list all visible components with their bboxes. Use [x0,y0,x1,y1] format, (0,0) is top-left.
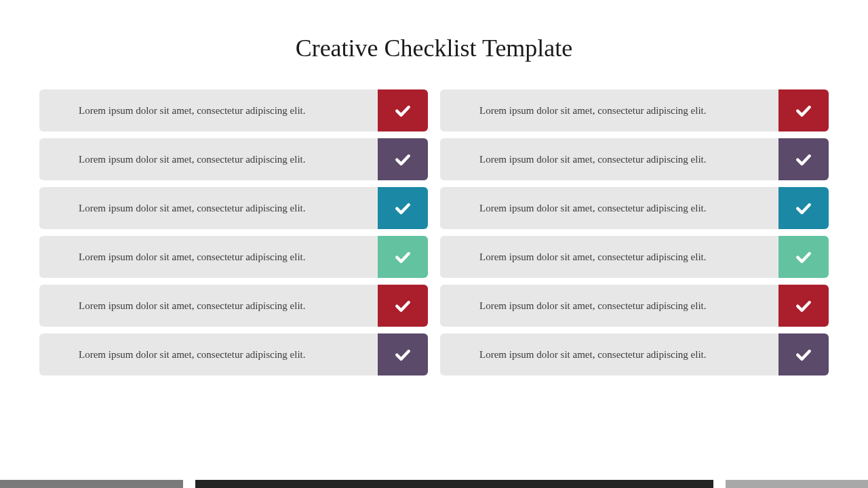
checklist-item: Lorem ipsum dolor sit amet, consectetur … [39,285,428,327]
checklist-item: Lorem ipsum dolor sit amet, consectetur … [39,333,428,375]
checklist-item: Lorem ipsum dolor sit amet, consectetur … [440,285,829,327]
checklist-item: Lorem ipsum dolor sit amet, consectetur … [39,89,428,131]
checklist-item: Lorem ipsum dolor sit amet, consectetur … [440,138,829,180]
checkmark-icon [778,236,829,278]
checklist-column-right: Lorem ipsum dolor sit amet, consectetur … [440,89,829,375]
checkmark-icon [378,236,428,278]
checklist-item: Lorem ipsum dolor sit amet, consectetur … [39,138,428,180]
footer-bar-2 [195,480,713,488]
checklist-item-text: Lorem ipsum dolor sit amet, consectetur … [440,138,778,180]
checklist-item-text: Lorem ipsum dolor sit amet, consectetur … [39,187,378,229]
page-title: Creative Checklist Template [0,0,868,89]
checkmark-icon [778,285,829,327]
checklist-item: Lorem ipsum dolor sit amet, consectetur … [39,187,428,229]
checklist-item-text: Lorem ipsum dolor sit amet, consectetur … [39,138,378,180]
checklist-item: Lorem ipsum dolor sit amet, consectetur … [440,333,829,375]
checklist-item-text: Lorem ipsum dolor sit amet, consectetur … [39,333,378,375]
footer-decoration [0,480,868,488]
checklist-item: Lorem ipsum dolor sit amet, consectetur … [440,236,829,278]
checklist-column-left: Lorem ipsum dolor sit amet, consectetur … [39,89,428,375]
checklist-item: Lorem ipsum dolor sit amet, consectetur … [440,187,829,229]
checkmark-icon [378,285,428,327]
checklist-item-text: Lorem ipsum dolor sit amet, consectetur … [39,236,378,278]
checklist-item-text: Lorem ipsum dolor sit amet, consectetur … [440,333,778,375]
checklist-item-text: Lorem ipsum dolor sit amet, consectetur … [440,236,778,278]
checkmark-icon [378,187,428,229]
checklist-item: Lorem ipsum dolor sit amet, consectetur … [440,89,829,131]
checklist-item-text: Lorem ipsum dolor sit amet, consectetur … [39,89,378,131]
checkmark-icon [778,138,829,180]
checklist-item: Lorem ipsum dolor sit amet, consectetur … [39,236,428,278]
footer-bar-1 [0,480,183,488]
checklist-item-text: Lorem ipsum dolor sit amet, consectetur … [440,89,778,131]
checklist-item-text: Lorem ipsum dolor sit amet, consectetur … [440,187,778,229]
checkmark-icon [778,89,829,131]
checkmark-icon [378,89,428,131]
checklist-columns: Lorem ipsum dolor sit amet, consectetur … [0,89,868,375]
checkmark-icon [378,333,428,375]
checklist-item-text: Lorem ipsum dolor sit amet, consectetur … [39,285,378,327]
checkmark-icon [778,187,829,229]
checkmark-icon [378,138,428,180]
checkmark-icon [778,333,829,375]
checklist-item-text: Lorem ipsum dolor sit amet, consectetur … [440,285,778,327]
footer-bar-3 [726,480,868,488]
